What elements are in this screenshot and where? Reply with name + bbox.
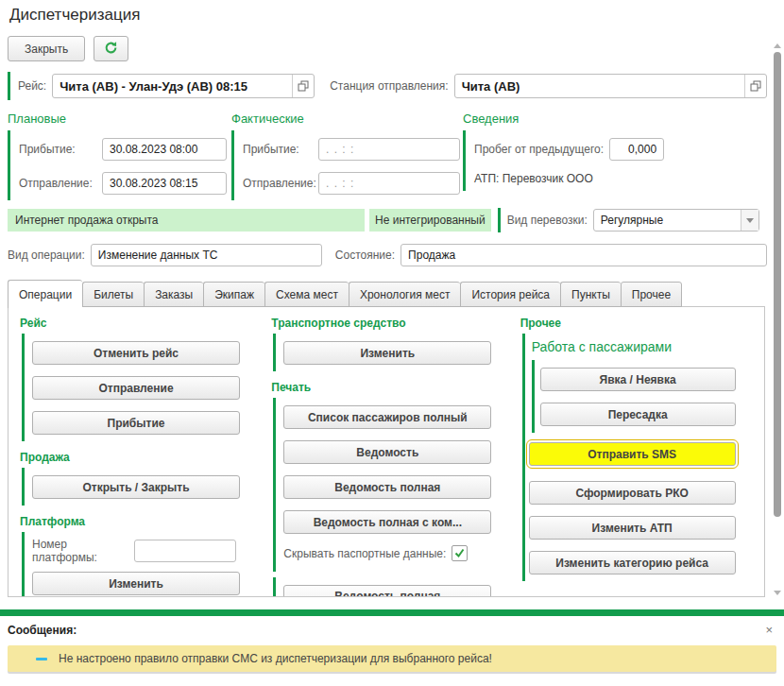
open-close-sale-button[interactable]: Открыть / Закрыть bbox=[32, 475, 240, 499]
messages-title: Сообщения: bbox=[8, 624, 77, 637]
info-title: Сведения bbox=[463, 111, 767, 126]
mileage-value: 0,000 bbox=[610, 143, 663, 156]
sale-group-title: Продажа bbox=[20, 451, 271, 464]
route-open-icon[interactable] bbox=[292, 75, 314, 97]
platform-number-input[interactable] bbox=[134, 540, 236, 562]
message-item[interactable]: Не настроено правило отправки СМС из дис… bbox=[8, 645, 776, 672]
chevron-down-icon[interactable] bbox=[741, 210, 758, 231]
actual-arrival-input[interactable]: . . : : bbox=[318, 138, 460, 161]
group-accent-bar bbox=[498, 208, 501, 232]
cancel-trip-button[interactable]: Отменить рейс bbox=[32, 341, 240, 365]
actual-departure-mask: . . : : bbox=[319, 177, 459, 190]
vedomost-grouped-button[interactable]: Ведомость полная (с группировкой по стан… bbox=[283, 585, 491, 597]
tab-tickets[interactable]: Билеты bbox=[82, 282, 144, 307]
refresh-icon bbox=[104, 41, 118, 58]
tab-seat-history[interactable]: Хронология мест bbox=[349, 282, 461, 307]
planned-departure-value: 30.08.2023 08:15 bbox=[103, 177, 226, 190]
operation-kind-label: Вид операции: bbox=[8, 249, 85, 262]
transport-kind-label: Вид перевозки: bbox=[507, 214, 588, 227]
change-trip-category-button[interactable]: Изменить категорию рейса bbox=[529, 551, 736, 575]
station-value: Чита (АВ) bbox=[455, 79, 744, 94]
tab-crew[interactable]: Экипаж bbox=[203, 282, 264, 307]
create-rko-button[interactable]: Сформировать РКО bbox=[529, 481, 736, 505]
change-platform-button[interactable]: Изменить bbox=[32, 572, 240, 595]
hide-passport-label: Скрывать паспортные данные: bbox=[283, 547, 446, 560]
vedomost-full-comment-button[interactable]: Ведомость полная с ком... bbox=[283, 510, 491, 534]
arrival-button[interactable]: Прибытие bbox=[32, 411, 240, 435]
planned-section: Плановые Прибытие: 30.08.2023 08:00 Отпр… bbox=[8, 111, 231, 200]
scroll-up-icon[interactable] bbox=[774, 43, 781, 48]
operation-kind-input[interactable]: Изменение данных ТС bbox=[91, 244, 322, 266]
page-title: Диспетчеризация bbox=[9, 6, 140, 25]
integration-status: Не интегрированный bbox=[369, 209, 491, 232]
tab-seat-map[interactable]: Схема мест bbox=[264, 282, 349, 307]
print-group-title: Печать bbox=[271, 381, 520, 394]
scrollbar-thumb[interactable] bbox=[774, 52, 781, 517]
dispatch-window: Диспетчеризация Закрыть Рейс: Чита (АВ) … bbox=[0, 0, 784, 686]
actual-arrival-mask: . . : : bbox=[319, 143, 459, 156]
other-group-title: Прочее bbox=[520, 317, 764, 330]
hide-passport-checkbox[interactable] bbox=[452, 545, 468, 561]
trip-column: Рейс Отменить рейс Отправление Прибытие … bbox=[20, 315, 271, 597]
messages-header: Сообщения: × bbox=[8, 623, 776, 637]
trip-group-title: Рейс bbox=[20, 317, 271, 330]
close-form-button[interactable]: Закрыть bbox=[8, 36, 85, 61]
refresh-button[interactable] bbox=[94, 36, 128, 61]
other-column: Прочее Работа с пассажирами Явка / Неявк… bbox=[520, 315, 764, 597]
operation-row: Вид операции: Изменение данных ТС Состоя… bbox=[8, 243, 767, 267]
actual-title: Фактические bbox=[231, 111, 463, 126]
tab-operations[interactable]: Операции bbox=[8, 280, 82, 308]
vehicle-print-column: Транспортное средство Изменить Печать Сп… bbox=[271, 315, 520, 597]
platform-number-label: Номер платформы: bbox=[32, 538, 104, 564]
actual-section: Фактические Прибытие: . . : : Отправлени… bbox=[231, 111, 463, 200]
transfer-button[interactable]: Пересадка bbox=[540, 403, 736, 426]
platform-group-title: Платформа bbox=[20, 515, 271, 528]
state-value: Продажа bbox=[401, 249, 766, 262]
show-noshow-button[interactable]: Явка / Неявка bbox=[540, 368, 736, 391]
actual-arrival-label: Прибытие: bbox=[243, 143, 318, 156]
planned-title: Плановые bbox=[8, 111, 231, 126]
tab-trip-history[interactable]: История рейса bbox=[460, 282, 560, 307]
atp-text: АТП: Перевозчик ООО bbox=[474, 172, 593, 185]
message-dash-icon bbox=[36, 658, 47, 660]
vedomost-button[interactable]: Ведомость bbox=[283, 440, 491, 464]
vertical-scrollbar[interactable] bbox=[772, 42, 783, 597]
close-messages-icon[interactable]: × bbox=[761, 623, 776, 637]
mileage-input[interactable]: 0,000 bbox=[609, 138, 664, 161]
planned-departure-label: Отправление: bbox=[19, 177, 102, 190]
departure-button[interactable]: Отправление bbox=[32, 376, 240, 400]
tab-other[interactable]: Прочее bbox=[621, 282, 682, 307]
vehicle-group-title: Транспортное средство bbox=[271, 317, 520, 330]
group-accent-bar bbox=[8, 72, 10, 100]
toolbar: Закрыть bbox=[8, 36, 128, 61]
actual-departure-label: Отправление: bbox=[243, 177, 318, 190]
route-value: Чита (АВ) - Улан-Удэ (АВ) 08:15 bbox=[53, 79, 292, 94]
tab-orders[interactable]: Заказы bbox=[144, 282, 203, 307]
vedomost-full-button[interactable]: Ведомость полная bbox=[283, 475, 491, 499]
route-input[interactable]: Чита (АВ) - Улан-Удэ (АВ) 08:15 bbox=[52, 74, 315, 98]
change-atp-button[interactable]: Изменить АТП bbox=[529, 516, 736, 540]
scroll-down-icon[interactable] bbox=[774, 591, 781, 595]
send-sms-button[interactable]: Отправить SMS bbox=[529, 442, 736, 466]
actual-departure-input[interactable]: . . : : bbox=[318, 172, 460, 195]
tab-strip: Операции Билеты Заказы Экипаж Схема мест… bbox=[8, 280, 682, 308]
change-vehicle-button[interactable]: Изменить bbox=[283, 341, 491, 365]
info-section: Сведения Пробег от предыдущего: 0,000 АТ… bbox=[463, 111, 767, 200]
state-input[interactable]: Продажа bbox=[401, 244, 767, 266]
station-open-icon[interactable] bbox=[744, 75, 766, 97]
planned-arrival-label: Прибытие: bbox=[19, 143, 102, 156]
transport-kind-value: Регулярные bbox=[594, 214, 741, 227]
times-info-sections: Плановые Прибытие: 30.08.2023 08:00 Отпр… bbox=[8, 111, 767, 200]
passengers-group-title: Работа с пассажирами bbox=[532, 339, 764, 354]
planned-arrival-input[interactable]: 30.08.2023 08:00 bbox=[102, 138, 227, 161]
planned-departure-input[interactable]: 30.08.2023 08:15 bbox=[102, 172, 227, 195]
route-label: Рейс: bbox=[18, 79, 46, 93]
transport-kind-select[interactable]: Регулярные bbox=[593, 209, 759, 232]
route-row: Рейс: Чита (АВ) - Улан-Удэ (АВ) 08:15 Ст… bbox=[8, 72, 767, 100]
tab-points[interactable]: Пункты bbox=[560, 282, 621, 307]
planned-arrival-value: 30.08.2023 08:00 bbox=[103, 143, 226, 156]
passenger-list-full-button[interactable]: Список пассажиров полный bbox=[283, 405, 491, 429]
station-label: Станция отправления: bbox=[330, 79, 448, 93]
station-input[interactable]: Чита (АВ) bbox=[454, 74, 767, 98]
operation-kind-value: Изменение данных ТС bbox=[92, 249, 321, 262]
